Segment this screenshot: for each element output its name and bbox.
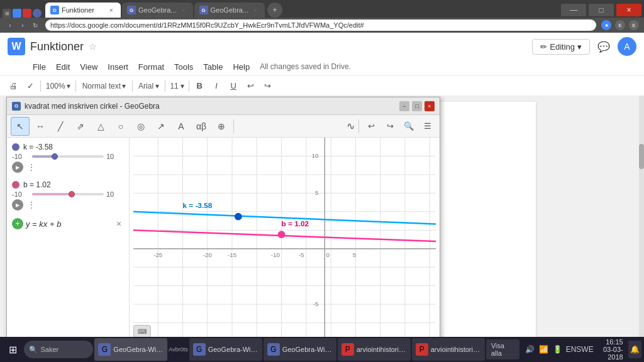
docs-star-icon[interactable]: ☆ [89,41,97,52]
browser-icons: ★ E E [601,20,639,30]
ggb-tool-move[interactable]: ↔ [31,117,50,136]
notification-btn[interactable]: 🔔 [628,341,641,358]
taskbar-items: G GeoGebra-Windo... Avbr0ts G GeoGebra-W… [94,338,484,361]
inactive-close-2[interactable]: × [251,7,260,14]
ggb-minimize-btn[interactable]: − [399,101,409,111]
ggb-add-input-btn[interactable]: + [12,218,23,229]
ggb-search-btn[interactable]: 🔍 [401,118,417,134]
systray-keyboard-icon[interactable]: EN [565,343,577,356]
ggb-tool-ray[interactable]: ⇗ [71,117,90,136]
ggb-k-slider-thumb[interactable] [52,153,58,160]
new-tab-btn[interactable]: + [267,3,282,18]
ggb-k-play-btn[interactable]: ▶ [12,162,23,173]
pencil-icon: ✏ [540,42,547,52]
active-tab[interactable]: D Funktioner × [45,3,121,18]
ggb-maximize-btn[interactable]: □ [412,101,422,111]
systray-icon-3[interactable]: 🔋 [551,343,564,356]
ggb-undo-btn[interactable]: ↩ [363,118,379,134]
menu-insert[interactable]: Insert [103,61,133,73]
close-window-btn[interactable]: × [616,4,641,16]
extension-icon-1[interactable]: E [615,20,625,30]
scrollbar-thumb[interactable] [639,144,644,169]
extension-icon-2[interactable]: E [629,20,639,30]
user-avatar[interactable]: A [618,37,636,56]
taskbar-start-btn[interactable]: ⊞ [3,338,23,361]
inactive-tab-1[interactable]: G GeoGebra... × [122,3,193,18]
toolbar-underline-btn[interactable]: U [225,78,242,94]
menu-format[interactable]: Format [133,61,169,73]
ggb-b-play-btn[interactable]: ▶ [12,199,23,211]
ggb-menu-btn[interactable]: ☰ [419,118,436,134]
ggb-win-btns: − □ × [399,101,435,111]
url-text: https://docs.google.com/document/d/1RRzM… [50,21,364,29]
ggb-redo-btn[interactable]: ↪ [382,118,398,134]
ggb-b-point [278,231,286,238]
ggb-b-slider[interactable] [32,193,104,195]
ggb-k-slider[interactable] [32,155,104,158]
toolbar-bold-btn[interactable]: B [191,78,208,94]
menu-table[interactable]: Table [198,61,228,73]
systray-icon-4[interactable]: SWE [579,343,591,356]
ggb-tool-conic[interactable]: ◎ [131,117,150,136]
taskbar-clock[interactable]: 16:15 03-03-2018 [594,338,626,361]
ggb-b-more-btn[interactable]: ⋮ [26,199,37,211]
toolbar-sep-5 [189,80,189,92]
tab-close-btn[interactable]: × [107,7,116,14]
systray-icon-2[interactable]: 📶 [537,343,550,356]
ggb-tool-polygon[interactable]: △ [91,117,110,136]
inactive-close-1[interactable]: × [179,7,188,14]
menu-edit[interactable]: Edit [51,61,75,73]
url-bar[interactable]: https://docs.google.com/document/d/1RRzM… [45,19,596,31]
toolbar-redo-btn[interactable]: ↪ [259,78,275,94]
ggb-keyboard-btn[interactable]: ⌨ [133,325,151,337]
taskbar-item-1[interactable]: G GeoGebra-Windo... [94,338,167,361]
ggb-b-slider-thumb[interactable] [69,191,75,197]
taskbar-item-5[interactable]: P arviointihistoria (8).pdf [412,338,485,361]
toolbar-italic-btn[interactable]: I [208,78,225,94]
toolbar-zoom[interactable]: 100%▾ [43,80,74,92]
docs-scrollbar[interactable] [639,96,644,337]
inactive-tab-2[interactable]: G GeoGebra... × [194,3,265,18]
ggb-close-btn[interactable]: × [425,101,435,111]
taskbar-search[interactable]: 🔍 Saker [24,341,93,358]
systray-icon-1[interactable]: 🔊 [523,343,536,356]
editing-btn[interactable]: ✏ Editing ▾ [532,39,590,55]
forward-btn[interactable]: › [18,20,28,30]
taskbar-item-text-3: GeoGebra-Windo... [282,346,333,353]
ggb-tool-alg[interactable]: αβ [192,117,211,136]
svg-text:5: 5 [353,251,357,258]
toolbar-text-style[interactable]: Normal text▾ [78,80,130,92]
bookmark-icon[interactable]: ★ [601,20,611,30]
toolbar-font-name[interactable]: Arial ▾ [135,80,163,92]
inactive-favicon-1: G [127,6,136,14]
ggb-wave-icon[interactable]: ∿ [347,120,355,132]
toolbar-print-btn[interactable]: 🖨 [5,78,21,94]
svg-text:-10: -10 [271,251,280,258]
menu-view[interactable]: View [75,61,103,73]
ggb-equation-close-btn[interactable]: × [114,219,124,229]
ggb-tool-measure[interactable]: ↗ [152,117,170,136]
svg-text:-20: -20 [203,251,213,258]
ggb-tool-circle[interactable]: ○ [111,117,130,136]
ggb-tool-line[interactable]: ╱ [51,117,70,136]
comment-btn[interactable]: 💬 [595,38,613,55]
ggb-tool-transform[interactable]: ⊕ [212,117,231,136]
taskbar-item-4[interactable]: P arviointihistoria (9).pdf [338,338,411,361]
taskbar-item-2[interactable]: G GeoGebra-Windo... [189,338,262,361]
visa-alla-btn[interactable]: Visa alla [486,339,519,359]
ggb-tool-text[interactable]: A [172,117,191,136]
ggb-k-slider-range: -10 10 [12,153,124,160]
toolbar-font-size[interactable]: 11 ▾ [167,80,187,92]
maximize-btn[interactable]: □ [589,4,614,16]
ggb-k-more-btn[interactable]: ⋮ [26,162,37,173]
reload-btn[interactable]: ↻ [30,20,40,30]
menu-tools[interactable]: Tools [169,61,198,73]
minimize-btn[interactable]: — [561,4,586,16]
menu-help[interactable]: Help [228,61,255,73]
toolbar-spellcheck-btn[interactable]: ✓ [22,78,38,94]
menu-file[interactable]: File [28,61,51,73]
taskbar-item-3[interactable]: G GeoGebra-Windo... [264,338,336,361]
back-btn[interactable]: ‹ [5,20,15,30]
toolbar-undo-btn[interactable]: ↩ [242,78,258,94]
ggb-tool-cursor[interactable]: ↖ [11,117,30,136]
